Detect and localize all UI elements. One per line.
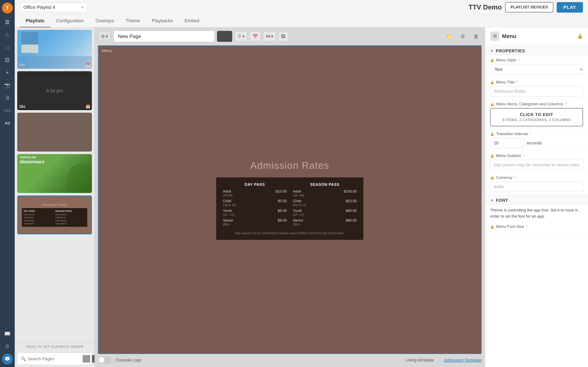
avatar[interactable]: T (2, 2, 13, 13)
template-text: Using template (406, 358, 434, 363)
list-item[interactable] (17, 113, 92, 151)
sidebar-icon-display[interactable]: 🖥 (2, 92, 13, 103)
canvas-content: Admission Rates DAY PASS Adult (18-64) (98, 46, 481, 354)
currency-label: Currency (496, 175, 512, 180)
sidebar-icon-camera[interactable]: 📷 (2, 80, 13, 91)
sidebar-icon-book[interactable]: 📖 (2, 328, 13, 339)
menu-items-lock-icon: 🔒 (490, 102, 495, 106)
console-logs-toggle[interactable] (98, 357, 111, 364)
sidebar-icon-list[interactable]: ☰ (2, 17, 13, 28)
sidebar-icon-ad[interactable]: Ad (2, 118, 13, 129)
chevron-down-icon-font: ▼ (490, 199, 494, 202)
calendar-button[interactable]: 📅 (250, 32, 260, 41)
list-item[interactable]: 15s 📅 (17, 30, 92, 69)
sidebar-icon-box[interactable]: ◻ (2, 42, 13, 53)
tab-configuration[interactable]: Configuration (50, 15, 90, 27)
sidebar: T ☰ ⚠ ◻ 🖼 ✦ 📷 🖥 </> Ad 📖 ⚙ 💬 (0, 0, 15, 367)
field-menu-subtext: 🔒 Menu Subtext ? (485, 151, 588, 173)
sidebar-icon-image[interactable]: 🖼 (2, 55, 13, 66)
toggle-knob (99, 357, 105, 363)
list-item[interactable]: Admission Rates DAY PASS Adult $10.00Chi… (17, 195, 92, 234)
font-size-lock-icon: 🔒 (490, 225, 495, 229)
menu-style-help-icon[interactable]: ? (518, 58, 520, 62)
font-section-header[interactable]: ▼ FONT (485, 195, 588, 205)
thumb-dinnerware: PORCELAIN dinnerware (17, 154, 92, 193)
ad-button[interactable]: Ad ▾ (263, 32, 276, 41)
subtext-label: Menu Subtext (496, 153, 521, 158)
field-menu-items: 🔒 Menu Items, Categories and Columns ? C… (485, 99, 588, 129)
menu-title-help-icon[interactable]: ? (516, 80, 518, 84)
day-pass-header: DAY PASS (223, 183, 287, 187)
topbar: Office Playlist 4 ▾ TTV Demo PLAYLIST DE… (15, 0, 588, 15)
color-swatch[interactable] (217, 31, 232, 42)
chevron-down-icon-ad: ▾ (271, 34, 273, 39)
sidebar-icon-star[interactable]: ✦ (2, 67, 13, 78)
font-size-help-icon[interactable]: ? (526, 225, 528, 228)
menu-style-lock-icon: 🔒 (490, 58, 495, 62)
menu-row-adult-day: Adult (18-64) $10.00 (223, 189, 287, 197)
console-row: Console Logs Using template Admission Te… (98, 357, 482, 364)
module-icon: ⊞ (490, 32, 499, 41)
chevron-down-icon-settings: ▾ (106, 34, 108, 39)
playlist-selector[interactable]: Office Playlist 4 ▾ (20, 3, 87, 12)
playlist-devices-button[interactable]: PLAYLIST DEVICES (505, 2, 553, 12)
playlist-items: 15s 📅 5:34 pm 15s 📅 (15, 27, 94, 343)
interval-unit: seconds (526, 141, 542, 145)
list-item[interactable]: PORCELAIN dinnerware (17, 154, 92, 193)
search-input[interactable] (28, 357, 81, 361)
click-to-edit-button[interactable]: CLICK TO EDIT 8 ITEMS, 2 CATEGORIES, 2 C… (490, 108, 583, 126)
template-link[interactable]: Admission Template (444, 358, 482, 363)
tab-playbacks[interactable]: Playbacks (146, 15, 178, 27)
season-pass-header: SEASON PASS (293, 183, 357, 187)
chevron-down-icon-timer: ▾ (243, 34, 244, 39)
thumb-empty (17, 113, 92, 151)
calendar-icon: 📅 (252, 34, 258, 39)
subtext-help-icon[interactable]: ? (522, 154, 524, 158)
console-logs-label: Console Logs (116, 358, 141, 363)
menu-title-input[interactable] (490, 86, 583, 96)
list-item[interactable]: 5:34 pm 15s 📅 (17, 71, 92, 110)
thumb-calendar-icon-2: 📅 (86, 104, 90, 109)
play-button[interactable]: PLAY (557, 2, 583, 13)
currency-input[interactable] (490, 182, 583, 192)
chevron-down-icon-props: ▼ (490, 49, 494, 53)
menu-items-help-icon[interactable]: ? (565, 102, 567, 106)
sidebar-icon-alert[interactable]: ⚠ (2, 29, 13, 40)
menu-row-child-day: Child (Up to 11) $5.00 (223, 199, 287, 207)
tab-theme[interactable]: Theme (120, 15, 146, 27)
nav-tabs: Playlists Configuration Overlays Theme P… (15, 15, 588, 27)
module-name: Menu (502, 33, 575, 40)
cte-main: CLICK TO EDIT (495, 112, 579, 117)
playlist-panel: 15s 📅 5:34 pm 15s 📅 (15, 27, 95, 367)
sidebar-icon-settings[interactable]: ⚙ (2, 341, 13, 352)
menu-row-youth-day: Youth (12 - 17) $8.00 (223, 209, 287, 216)
menu-style-label: Menu Style (496, 58, 516, 62)
main-area: Office Playlist 4 ▾ TTV Demo PLAYLIST DE… (15, 0, 588, 367)
duplicate-button[interactable]: ⧉ (457, 31, 468, 42)
folder-button[interactable]: 📁 (444, 31, 455, 42)
interval-help-icon[interactable]: ? (529, 132, 531, 136)
canvas-menu-label: Menu (102, 48, 112, 53)
sidebar-icon-chat[interactable]: 💬 (2, 354, 13, 365)
currency-help-icon[interactable]: ? (514, 176, 516, 180)
properties-section-header[interactable]: ▼ PROPERTIES (485, 45, 588, 55)
interval-input[interactable] (490, 138, 524, 148)
timer-button[interactable]: ⏱ ▾ (235, 32, 247, 41)
subtext-input[interactable] (490, 160, 583, 170)
thumb-duration-2: 15s (19, 104, 25, 109)
tab-embed[interactable]: Embed (179, 15, 205, 27)
page-name-input[interactable] (114, 31, 215, 42)
font-note: Theme is controlling the app font. Set i… (485, 205, 588, 222)
delete-button[interactable]: 🗑 (471, 31, 482, 42)
tab-overlays[interactable]: Overlays (90, 15, 120, 27)
image-button[interactable]: 🖼 (278, 32, 288, 41)
menu-title-label: Menu Title (496, 80, 515, 84)
menu-style-select[interactable]: Text Card Compact Image (490, 64, 583, 75)
settings-button[interactable]: ⚙ ▾ (98, 32, 111, 41)
menu-col-day: DAY PASS Adult (18-64) $10.00 (223, 183, 287, 228)
field-currency: 🔒 Currency ? (485, 173, 588, 195)
properties-section-label: PROPERTIES (496, 49, 525, 53)
list-view-icon[interactable] (83, 355, 90, 363)
tab-playlists[interactable]: Playlists (20, 15, 50, 27)
sidebar-icon-code[interactable]: </> (2, 105, 13, 116)
